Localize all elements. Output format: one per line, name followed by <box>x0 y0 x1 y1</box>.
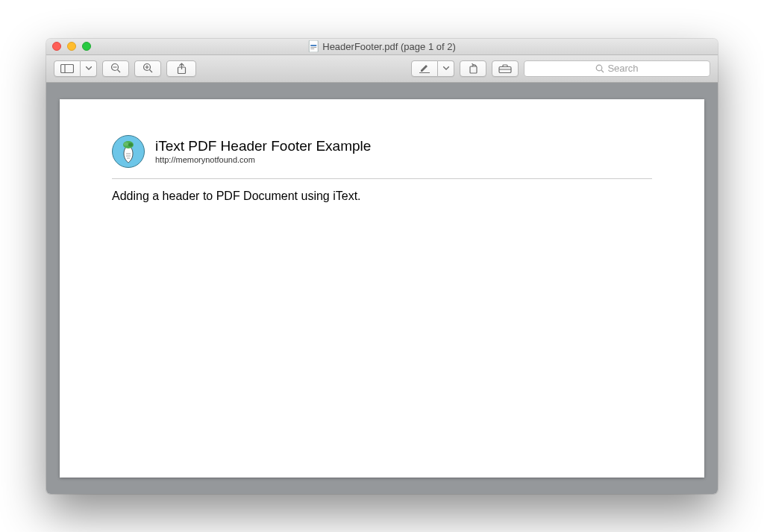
svg-line-20 <box>601 70 604 72</box>
document-viewport[interactable]: iText PDF Header Footer Example http://m… <box>46 83 718 494</box>
share-icon <box>177 63 187 75</box>
svg-rect-16 <box>470 66 477 73</box>
chevron-down-icon <box>443 66 449 70</box>
svg-point-19 <box>597 65 603 71</box>
document-body-text: Adding a header to PDF Document using iT… <box>112 190 652 203</box>
rotate-icon <box>468 63 479 74</box>
close-window-button[interactable] <box>52 42 61 51</box>
share-button[interactable] <box>166 60 196 77</box>
chevron-down-icon <box>86 66 92 70</box>
pdf-file-icon <box>308 40 319 52</box>
svg-rect-2 <box>310 47 316 48</box>
logo-icon <box>112 135 145 168</box>
document-header: iText PDF Header Footer Example http://m… <box>112 135 652 175</box>
svg-line-7 <box>117 70 120 73</box>
window-title: HeaderFooter.pdf (page 1 of 2) <box>308 40 456 52</box>
sidebar-menu-button[interactable] <box>81 60 97 77</box>
pdf-page: iText PDF Header Footer Example http://m… <box>60 99 704 478</box>
svg-point-23 <box>128 143 133 146</box>
svg-rect-3 <box>310 48 314 49</box>
edit-toolbar-button[interactable] <box>492 60 519 77</box>
fullscreen-window-button[interactable] <box>82 42 91 51</box>
sidebar-icon <box>60 64 74 73</box>
highlight-icon <box>419 63 430 73</box>
zoom-out-icon <box>110 63 122 74</box>
search-placeholder: Search <box>607 63 638 74</box>
document-title: iText PDF Header Footer Example <box>155 138 371 154</box>
svg-line-10 <box>149 70 152 73</box>
svg-rect-4 <box>61 64 74 72</box>
window-title-text: HeaderFooter.pdf (page 1 of 2) <box>322 41 456 52</box>
toolbox-icon <box>498 64 512 73</box>
preview-window: HeaderFooter.pdf (page 1 of 2) <box>46 39 718 494</box>
header-divider <box>112 178 652 179</box>
toolbar: Search <box>46 55 718 83</box>
markup-menu-button[interactable] <box>438 60 454 77</box>
zoom-in-button[interactable] <box>134 60 161 77</box>
markup-button[interactable] <box>411 60 438 77</box>
minimize-window-button[interactable] <box>67 42 76 51</box>
zoom-out-button[interactable] <box>102 60 129 77</box>
search-input[interactable]: Search <box>524 60 710 77</box>
sidebar-toggle-button[interactable] <box>54 60 81 77</box>
titlebar: HeaderFooter.pdf (page 1 of 2) <box>46 39 718 55</box>
svg-rect-1 <box>310 45 316 46</box>
search-icon <box>595 64 604 73</box>
svg-point-22 <box>124 142 128 145</box>
zoom-in-icon <box>143 63 154 74</box>
traffic-lights <box>52 42 91 51</box>
document-subtitle: http://memorynotfound.com <box>155 155 371 164</box>
rotate-button[interactable] <box>460 60 486 77</box>
